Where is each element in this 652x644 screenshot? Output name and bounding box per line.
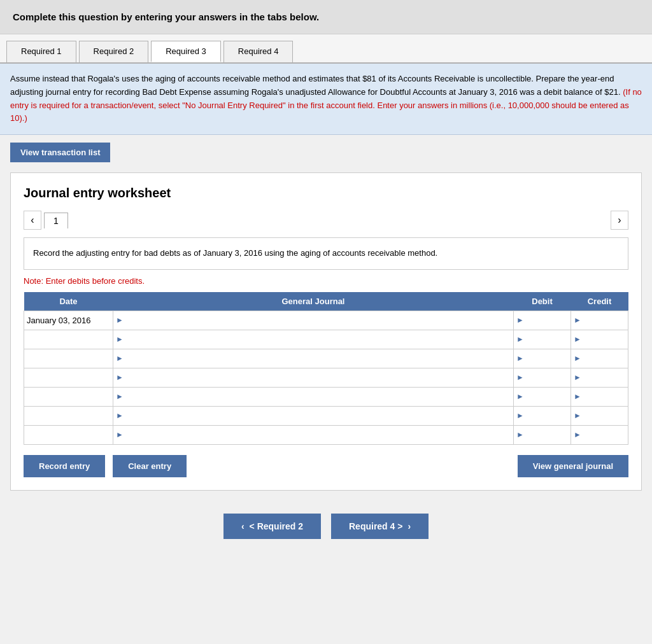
journal-input-6[interactable] <box>126 410 511 422</box>
credit-arrow-icon: ► <box>574 316 581 325</box>
view-general-journal-button[interactable]: View general journal <box>518 455 628 477</box>
table-row: ► ► ► <box>24 425 628 444</box>
table-row: ► ► ► <box>24 368 628 387</box>
debit-input-5[interactable] <box>527 391 568 403</box>
debit-cell-6[interactable]: ► <box>514 406 571 425</box>
action-buttons: Record entry Clear entry View general jo… <box>24 455 628 477</box>
page-number: 1 <box>44 213 68 228</box>
debit-input-7[interactable] <box>527 429 568 441</box>
col-header-journal: General Journal <box>113 292 514 311</box>
col-header-credit: Credit <box>571 292 628 311</box>
debit-cell-2[interactable]: ► <box>514 330 571 349</box>
tab-required2[interactable]: Required 2 <box>79 41 149 62</box>
journal-table: Date General Journal Debit Credit Januar… <box>24 292 628 445</box>
journal-cell-7[interactable]: ► <box>113 425 514 444</box>
date-cell-7 <box>24 425 113 444</box>
debit-input-3[interactable] <box>527 353 568 365</box>
debit-input-2[interactable] <box>527 333 568 346</box>
bottom-navigation: ‹ < Required 2 Required 4 > › <box>0 501 652 558</box>
table-row: January 03, 2016 ► ► ► <box>24 311 628 330</box>
entry-description: Record the adjusting entry for bad debts… <box>24 237 628 270</box>
col-header-debit: Debit <box>514 292 571 311</box>
debit-cell-1[interactable]: ► <box>514 311 571 330</box>
credit-input-2[interactable] <box>584 333 625 346</box>
worksheet-container: Journal entry worksheet ‹ 1 › Record the… <box>10 172 642 491</box>
debit-input-4[interactable] <box>527 372 568 384</box>
debit-input-1[interactable] <box>527 314 568 326</box>
journal-input-4[interactable] <box>126 372 511 384</box>
description-box: Assume instead that Rogala's uses the ag… <box>0 64 652 135</box>
next-arrow-icon: › <box>408 521 411 531</box>
nav-prev-button[interactable]: ‹ < Required 2 <box>223 514 321 539</box>
date-cell-5 <box>24 387 113 406</box>
date-cell-2 <box>24 330 113 349</box>
debit-cell-5[interactable]: ► <box>514 387 571 406</box>
journal-cell-3[interactable]: ► <box>113 349 514 368</box>
debit-cell-7[interactable]: ► <box>514 425 571 444</box>
journal-input-7[interactable] <box>126 429 511 441</box>
table-row: ► ► ► <box>24 330 628 349</box>
top-instruction: Complete this question by entering your … <box>0 0 652 34</box>
credit-input-5[interactable] <box>584 391 625 403</box>
record-entry-button[interactable]: Record entry <box>24 455 105 477</box>
worksheet-title: Journal entry worksheet <box>24 186 628 200</box>
debit-cell-3[interactable]: ► <box>514 349 571 368</box>
journal-input-2[interactable] <box>126 333 511 346</box>
tabs-bar: Required 1 Required 2 Required 3 Require… <box>0 34 652 64</box>
table-row: ► ► ► <box>24 406 628 425</box>
credit-cell-1[interactable]: ► <box>571 311 628 330</box>
instruction-text: Complete this question by entering your … <box>13 11 319 22</box>
description-main-text: Assume instead that Rogala's uses the ag… <box>10 74 621 97</box>
note-text: Note: Enter debits before credits. <box>24 276 628 286</box>
table-row: ► ► ► <box>24 349 628 368</box>
credit-input-3[interactable] <box>584 353 625 365</box>
date-cell-6 <box>24 406 113 425</box>
credit-cell-6[interactable]: ► <box>571 406 628 425</box>
debit-input-6[interactable] <box>527 410 568 422</box>
credit-input-6[interactable] <box>584 410 625 422</box>
journal-input-1[interactable] <box>126 314 511 326</box>
journal-cell-6[interactable]: ► <box>113 406 514 425</box>
tab-required1[interactable]: Required 1 <box>6 41 76 62</box>
col-header-date: Date <box>24 292 113 311</box>
table-row: ► ► ► <box>24 387 628 406</box>
prev-arrow-icon: ‹ <box>241 521 244 531</box>
date-cell-3 <box>24 349 113 368</box>
debit-cell-4[interactable]: ► <box>514 368 571 387</box>
credit-cell-3[interactable]: ► <box>571 349 628 368</box>
credit-input-1[interactable] <box>584 314 625 326</box>
credit-cell-5[interactable]: ► <box>571 387 628 406</box>
debit-arrow-icon: ► <box>516 316 524 325</box>
cell-arrow-icon: ► <box>116 316 124 325</box>
journal-cell-2[interactable]: ► <box>113 330 514 349</box>
pagination-row: ‹ 1 › <box>24 211 628 230</box>
nav-next-button[interactable]: Required 4 > › <box>331 514 429 539</box>
journal-input-3[interactable] <box>126 353 511 365</box>
credit-cell-2[interactable]: ► <box>571 330 628 349</box>
journal-cell-1[interactable]: ► <box>113 311 514 330</box>
date-cell-1: January 03, 2016 <box>24 311 113 330</box>
credit-cell-7[interactable]: ► <box>571 425 628 444</box>
credit-input-7[interactable] <box>584 429 625 441</box>
tab-required4[interactable]: Required 4 <box>223 41 294 62</box>
date-cell-4 <box>24 368 113 387</box>
view-transaction-button[interactable]: View transaction list <box>10 143 110 162</box>
journal-cell-4[interactable]: ► <box>113 368 514 387</box>
clear-entry-button[interactable]: Clear entry <box>113 455 187 477</box>
credit-input-4[interactable] <box>584 372 625 384</box>
next-page-button[interactable]: › <box>611 211 628 230</box>
tab-required3[interactable]: Required 3 <box>151 41 221 62</box>
journal-cell-5[interactable]: ► <box>113 387 514 406</box>
credit-cell-4[interactable]: ► <box>571 368 628 387</box>
prev-page-button[interactable]: ‹ <box>24 211 41 230</box>
journal-input-5[interactable] <box>126 391 511 403</box>
